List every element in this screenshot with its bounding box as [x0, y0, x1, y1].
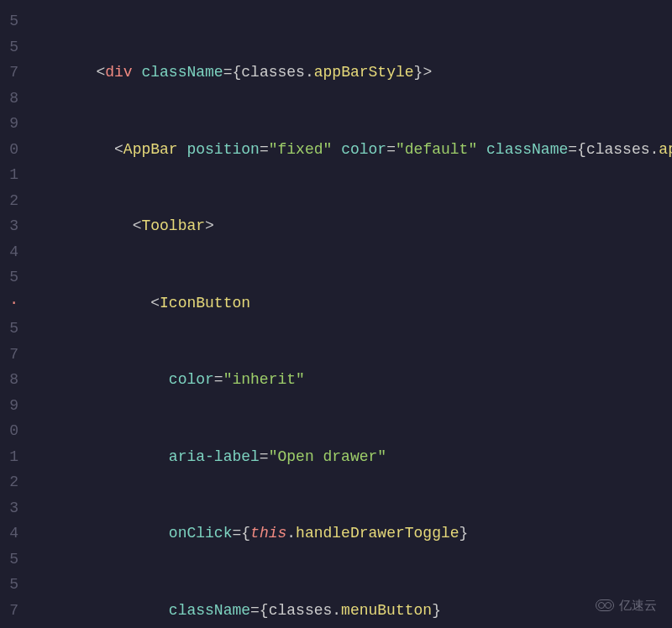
line-number: 0 [0, 137, 24, 163]
line-number: 4 [0, 521, 24, 547]
line-number: 0 [0, 418, 24, 444]
line-number: 5 [0, 34, 24, 60]
line-number-gutter: 5 5 7 8 9 0 1 2 3 4 5 · 5 7 8 9 0 1 2 3 … [0, 0, 24, 628]
line-number: 2 [0, 188, 24, 214]
cloud-icon [596, 599, 614, 611]
code-line[interactable]: aria-label="Open drawer" [24, 444, 672, 470]
line-number: 3 [0, 213, 24, 239]
code-line[interactable]: className={classes.menuButton} [24, 598, 672, 624]
code-area[interactable]: <div className={classes.appBarStyle}> <A… [24, 0, 672, 628]
code-line[interactable]: color="inherit" [24, 367, 672, 393]
line-number: 1 [0, 444, 24, 470]
line-number: 3 [0, 495, 24, 521]
watermark: 亿速云 [596, 593, 657, 619]
watermark-text: 亿速云 [619, 593, 657, 619]
line-number: 5 [0, 8, 24, 34]
line-number: 9 [0, 393, 24, 419]
code-line[interactable]: <AppBar position="fixed" color="default"… [24, 137, 672, 163]
line-number: 5 [0, 572, 24, 598]
line-number: 5 [0, 316, 24, 342]
line-number: 7 [0, 342, 24, 368]
code-line[interactable]: <Toolbar> [24, 213, 672, 239]
code-line[interactable]: <div className={classes.appBarStyle}> [24, 60, 672, 86]
line-number: 7 [0, 598, 24, 624]
code-line[interactable]: <IconButton [24, 290, 672, 317]
line-number: 8 [0, 367, 24, 393]
line-number: 8 [0, 86, 24, 112]
code-line[interactable]: onClick={this.handleDrawerToggle} [24, 521, 672, 547]
line-number: 1 [0, 162, 24, 188]
line-number: 9 [0, 111, 24, 137]
code-editor: 5 5 7 8 9 0 1 2 3 4 5 · 5 7 8 9 0 1 2 3 … [0, 0, 672, 628]
line-number: 4 [0, 239, 24, 265]
line-number: · [0, 290, 24, 317]
line-number: 7 [0, 60, 24, 86]
line-number: 5 [0, 264, 24, 290]
line-number: 2 [0, 469, 24, 495]
line-number: 8 [0, 623, 24, 628]
line-number: 5 [0, 547, 24, 573]
